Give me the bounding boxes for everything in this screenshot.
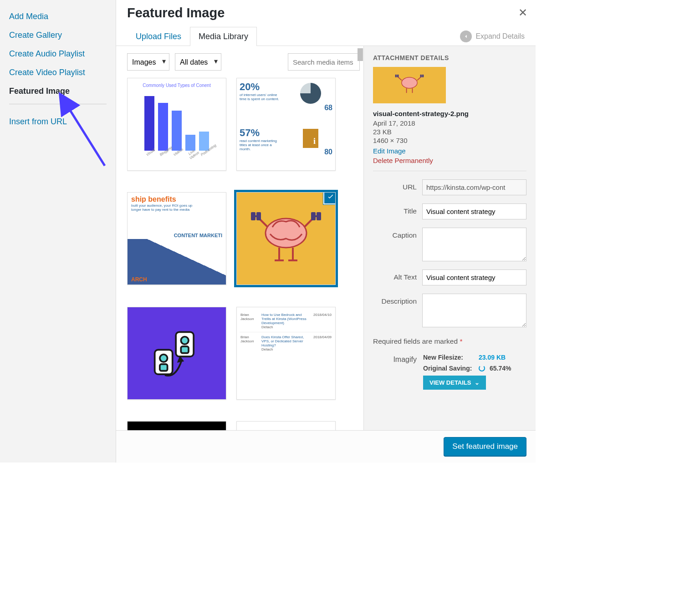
svg-point-0 [266,219,307,248]
svg-point-14 [181,336,189,344]
media-grid[interactable]: Commonly Used Types of Conent VisualBlog… [127,76,360,451]
thumb-caption: Commonly Used Types of Conent [132,83,221,88]
media-thumb[interactable]: Brian JacksonHow to Use Bedrock and Trel… [236,307,336,400]
nav-create-gallery[interactable]: Create Gallery [0,26,116,45]
tab-upload-files[interactable]: Upload Files [127,27,190,46]
expand-details[interactable]: Expand Details [460,31,525,42]
svg-point-17 [160,354,168,362]
media-thumb[interactable]: Commonly Used Types of Conent VisualBlog… [127,78,226,171]
caption-label: Caption [373,228,417,239]
imagify-view-details-button[interactable]: VIEW DETAILS⌄ [423,376,486,390]
svg-rect-18 [160,364,168,371]
imagify-saving: 65.74% [490,365,511,372]
svg-rect-27 [422,75,424,77]
nav-add-media[interactable]: Add Media [0,7,116,26]
svg-rect-15 [181,346,189,353]
svg-rect-25 [397,75,399,77]
description-field[interactable] [422,294,526,327]
close-button[interactable]: ✕ [518,6,527,19]
check-icon [323,192,336,204]
attachment-filename: visual-content-strategy-2.png [373,110,526,117]
attachment-details: ATTACHMENT DETAILS visual-content-strate… [363,46,536,463]
media-thumb[interactable]: 20%of internet users' online time is spe… [236,78,336,171]
nav-featured-image[interactable]: Featured Image [0,82,116,101]
migrate-icon [147,328,206,378]
attachment-size: 23 KB [373,128,526,136]
alt-text-label: Alt Text [373,269,417,281]
filter-date-select[interactable]: All dates [175,53,221,71]
close-icon: ✕ [518,6,527,19]
svg-point-19 [402,77,417,88]
media-thumb-selected[interactable] [236,192,336,285]
title-label: Title [373,203,417,215]
attachment-date: April 17, 2018 [373,119,526,127]
svg-rect-24 [395,75,397,77]
svg-rect-26 [420,75,422,77]
spinner-icon [479,365,485,371]
brain-icon [247,207,325,270]
imagify-label: Imagify [373,354,417,390]
modal-footer: Set featured image [116,430,536,463]
url-field[interactable] [422,179,526,195]
media-thumb[interactable] [127,307,226,400]
required-note: Required fields are marked * [373,337,526,346]
scrollbar[interactable]: ▴ ▾ [356,46,363,463]
chevron-left-icon [460,31,472,42]
imagify-filesize: 23.09 KB [479,354,506,361]
media-sidebar: Add Media Create Gallery Create Audio Pl… [0,0,116,463]
nav-insert-from-url[interactable]: Insert from URL [0,112,116,131]
title-field[interactable] [422,203,526,219]
imagify-filesize-label: New Filesize: [423,354,474,361]
search-input[interactable] [288,53,360,71]
description-label: Description [373,294,417,305]
modal-title: Featured Image [127,5,525,20]
url-label: URL [373,179,417,191]
media-thumb[interactable]: ship benefits built your audience, your … [127,192,226,285]
attachment-dimensions: 1460 × 730 [373,137,526,144]
nav-create-video-playlist[interactable]: Create Video Playlist [0,63,116,82]
expand-details-label: Expand Details [475,32,525,41]
filter-type-select[interactable]: Images [127,53,169,71]
caption-field[interactable] [422,228,526,261]
delete-permanently-link[interactable]: Delete Permanently [373,157,526,164]
alt-text-field[interactable] [422,269,526,285]
nav-create-audio-playlist[interactable]: Create Audio Playlist [0,45,116,63]
media-library: Images All dates Commonly Used Types of … [116,46,363,463]
chevron-down-icon: ⌄ [475,379,480,386]
edit-image-link[interactable]: Edit Image [373,147,406,155]
details-heading: ATTACHMENT DETAILS [373,54,526,61]
attachment-preview [373,67,446,103]
tab-media-library[interactable]: Media Library [190,27,257,46]
imagify-saving-label: Original Saving: [423,365,474,372]
set-featured-image-button[interactable]: Set featured image [444,437,526,456]
